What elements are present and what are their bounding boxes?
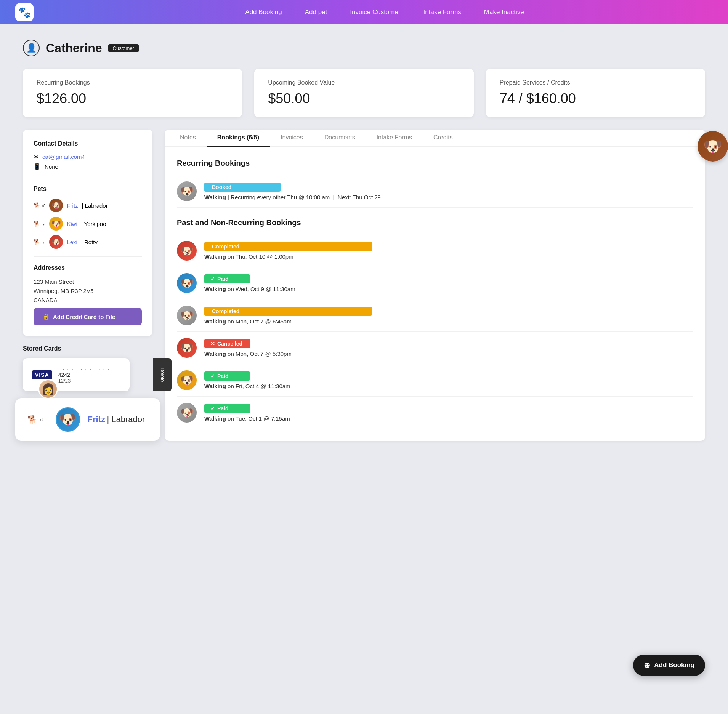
add-booking-fab[interactable]: ⊕ Add Booking [633,655,705,676]
booking-info: ✕ Cancelled Walking on Mon, Oct 7 @ 5:30… [204,339,693,357]
list-item: 🐕 ♂ 🐶 Fritz | Labrador [34,199,142,212]
pet-type-icon: 🐕 ♂ [34,202,45,208]
status-badge: Booked [204,183,281,192]
pet-avatar-lexi: 🐶 [49,235,63,249]
pet-avatar: 🐶 [177,338,197,358]
fab-label: Add Booking [654,661,694,669]
status-badge: Completed [204,307,372,316]
tab-intake-forms[interactable]: Intake Forms [366,130,423,147]
stat-prepaid-label: Prepaid Services / Credits [500,79,691,86]
contact-card: Contact Details ✉ cat@gmail.com4 📱 None … [23,130,152,336]
addresses-title: Addresses [34,264,142,271]
table-row: 🐶 ✓ Paid Walking on Fri, Oct 4 @ 11:30am [177,364,693,397]
tab-notes[interactable]: Notes [169,130,207,147]
card-number-display: · · · · · · · · · · · · 4242 [58,366,120,378]
add-credit-card-button[interactable]: 🔒 Add Credit Card to File [34,308,142,325]
nav-invoice-customer[interactable]: Invoice Customer [350,8,400,16]
stat-card-prepaid: Prepaid Services / Credits 74 / $160.00 [486,69,705,117]
pet-link-kiwi[interactable]: Kiwi [67,221,77,227]
pet-link-fritz[interactable]: Fritz [67,202,78,209]
contact-email[interactable]: cat@gmail.com4 [42,154,85,160]
stat-cards: Recurring Bookings $126.00 Upcoming Book… [23,69,705,117]
divider-2 [34,256,142,257]
visa-card-wrapper: VISA · · · · · · · · · · · · 4242 12/23 … [23,358,152,391]
booking-detail: Walking on Tue, Oct 1 @ 7:15am [204,415,693,422]
main-content: Contact Details ✉ cat@gmail.com4 📱 None … [23,130,705,441]
address-lines: 123 Main Street Winnipeg, MB R3P 2V5 CAN… [34,277,142,305]
pet-card-avatar: 🐶 [56,407,80,432]
nav-add-pet[interactable]: Add pet [305,8,327,16]
pet-avatar: 🐶 [177,403,197,423]
status-badge: Completed [204,242,372,251]
card-expiry: 12/23 [58,378,120,384]
pet-card: 🐕 ♂ 🐶 Fritz | Labrador [15,398,160,441]
booking-detail: Walking on Mon, Oct 7 @ 5:30pm [204,351,693,357]
nav-add-booking[interactable]: Add Booking [245,8,282,16]
customer-header: 👤 Catherine Customer [23,40,705,56]
table-row: 🐶 Completed Walking on Thu, Oct 10 @ 1:0… [177,235,693,267]
table-row: 🐶 ✓ Paid Walking on Wed, Oct 9 @ 11:30am [177,267,693,299]
visa-card: VISA · · · · · · · · · · · · 4242 12/23 … [23,358,130,391]
booking-info: Completed Walking on Thu, Oct 10 @ 1:00p… [204,242,693,260]
booking-info: Booked Walking | Recurring every other T… [204,183,693,200]
status-badge: ✓ Paid [204,371,250,381]
list-item: 🐕 ♀ 🐶 Lexi | Rotty [34,235,142,249]
stat-upcoming-label: Upcoming Booked Value [268,79,460,86]
card-dots: · · · · · · · · · · · · [58,366,110,372]
booking-detail: Walking | Recurring every other Thu @ 10… [204,194,693,200]
booking-info: ✓ Paid Walking on Wed, Oct 9 @ 11:30am [204,274,693,292]
left-panel: Contact Details ✉ cat@gmail.com4 📱 None … [23,130,152,441]
stat-recurring-label: Recurring Bookings [37,79,228,86]
contact-title: Contact Details [34,140,142,147]
floating-dog-avatar: 🐶 [698,131,728,162]
tab-bookings[interactable]: Bookings (6/5) [207,130,270,147]
circle-plus-icon: ⊕ [644,661,650,670]
stat-card-upcoming: Upcoming Booked Value $50.00 [254,69,473,117]
pet-breed-kiwi: | Yorkipoo [81,221,106,227]
check-icon: ✓ [210,276,215,282]
table-row: 🐶 Completed Walking on Mon, Oct 7 @ 6:45… [177,299,693,332]
past-bookings-heading: Past and Non-Recurring Bookings [177,218,693,227]
pet-breed-fritz: | Labrador [82,202,108,209]
divider-1 [34,178,142,178]
nav-intake-forms[interactable]: Intake Forms [423,8,461,16]
customer-avatar-icon: 👤 [23,40,40,56]
nav-make-inactive[interactable]: Make Inactive [484,8,524,16]
booking-info: ✓ Paid Walking on Tue, Oct 1 @ 7:15am [204,404,693,422]
lock-icon: 🔒 [43,313,50,320]
status-badge: ✕ Cancelled [204,339,250,348]
pet-avatar: 🐶 [177,273,197,293]
stored-cards-title: Stored Cards [23,345,152,352]
booking-info: ✓ Paid Walking on Fri, Oct 4 @ 11:30am [204,371,693,389]
pet-type-icon: 🐕 ♀ [34,221,45,227]
stat-card-recurring: Recurring Bookings $126.00 [23,69,242,117]
tab-credits[interactable]: Credits [423,130,463,147]
address-line-2: Winnipeg, MB R3P 2V5 [34,287,142,296]
pet-avatar: 🐶 [177,306,197,325]
customer-badge: Customer [108,44,139,52]
booking-detail: Walking on Fri, Oct 4 @ 11:30am [204,383,693,389]
list-item: 🐕 ♀ 🐶 Kiwi | Yorkipoo [34,217,142,231]
stat-recurring-value: $126.00 [37,91,228,107]
pet-avatar-kiwi: 🐶 [49,217,63,231]
tab-documents[interactable]: Documents [314,130,366,147]
pet-link-lexi[interactable]: Lexi [67,239,77,245]
check-icon: ✓ [210,405,215,411]
pet-card-separator: | [107,415,111,424]
recurring-bookings-heading: Recurring Bookings [177,159,693,168]
pet-type-icon: 🐕 ♀ [34,239,45,245]
right-panel: Notes Bookings (6/5) Invoices Documents … [165,130,705,441]
tabs-bar: Notes Bookings (6/5) Invoices Documents … [165,130,705,147]
booking-info: Completed Walking on Mon, Oct 7 @ 6:45am [204,307,693,325]
delete-card-button[interactable]: Delete [153,358,172,391]
pets-title: Pets [34,186,142,192]
page-content: 👤 Catherine Customer Recurring Bookings … [0,24,728,456]
pet-avatar: 🐶 [177,370,197,390]
table-row: 🐶 Booked Walking | Recurring every other… [177,175,693,208]
stat-prepaid-value: 74 / $160.00 [500,91,691,107]
pets-list: 🐕 ♂ 🐶 Fritz | Labrador 🐕 ♀ 🐶 Kiwi | York… [34,199,142,249]
mail-icon: ✉ [34,153,38,160]
pet-breed-lexi: | Rotty [81,239,98,245]
tab-invoices[interactable]: Invoices [270,130,314,147]
navbar: 🐾 Add Booking Add pet Invoice Customer I… [0,0,728,24]
